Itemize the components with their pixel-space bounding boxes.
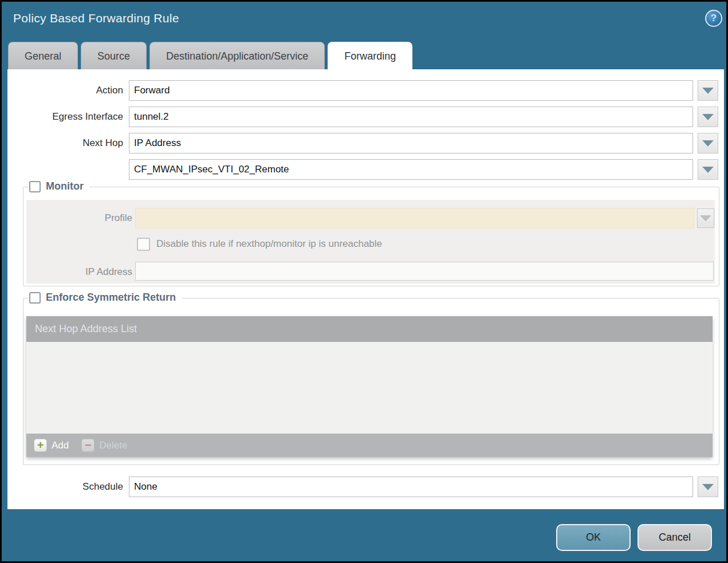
delete-icon [81, 439, 95, 452]
action-dropdown-button[interactable] [698, 80, 718, 101]
dropdown-arrow-icon [700, 215, 711, 222]
next-hop-address-dropdown-button[interactable] [698, 159, 718, 180]
tab-forwarding[interactable]: Forwarding [328, 42, 412, 70]
next-hop-type-input[interactable] [129, 133, 693, 153]
delete-button[interactable]: Delete [81, 439, 127, 452]
next-hop-address-list-table: Next Hop Address List Add Delete [26, 316, 713, 457]
profile-label: Profile [26, 208, 132, 229]
egress-interface-input[interactable] [129, 107, 693, 127]
next-hop-address-list-body [26, 342, 713, 434]
action-label: Action [7, 80, 123, 101]
monitor-legend: Monitor [28, 180, 89, 192]
disable-rule-label: Disable this rule if nexthop/monitor ip … [156, 235, 382, 253]
add-button-label: Add [52, 440, 69, 451]
next-hop-type-dropdown-button[interactable] [698, 133, 718, 153]
forwarding-tab-panel: Action Egress Interface Next Hop Monitor [7, 69, 724, 509]
tab-source[interactable]: Source [81, 42, 147, 69]
monitor-checkbox[interactable] [29, 181, 41, 192]
disable-rule-checkbox[interactable] [137, 238, 150, 251]
monitor-section-label: Monitor [46, 180, 84, 192]
dropdown-arrow-icon [702, 484, 714, 490]
enforce-symmetric-return-checkbox[interactable] [29, 292, 41, 304]
profile-dropdown-button[interactable] [697, 208, 714, 228]
add-icon [34, 439, 47, 452]
dropdown-arrow-icon [702, 88, 714, 94]
egress-interface-dropdown-button[interactable] [698, 107, 718, 127]
enforce-symmetric-return-legend: Enforce Symmetric Return [28, 292, 182, 304]
ok-button[interactable]: OK [556, 524, 631, 551]
enforce-symmetric-return-label: Enforce Symmetric Return [46, 292, 176, 304]
dialog-title: Policy Based Forwarding Rule [13, 11, 179, 25]
next-hop-label: Next Hop [7, 133, 123, 153]
schedule-input[interactable] [129, 477, 693, 497]
monitor-ip-address-input[interactable] [135, 262, 714, 281]
next-hop-address-list-header: Next Hop Address List [26, 316, 713, 342]
monitor-section: Monitor Profile IP Address Disable this … [23, 187, 719, 286]
tab-bar: General Source Destination/Application/S… [8, 42, 412, 69]
enforce-symmetric-return-section: Enforce Symmetric Return Next Hop Addres… [23, 298, 719, 465]
tab-destination-application-service[interactable]: Destination/Application/Service [149, 42, 325, 69]
dropdown-arrow-icon [702, 167, 714, 173]
egress-interface-label: Egress Interface [7, 107, 123, 127]
cancel-button[interactable]: Cancel [638, 524, 712, 551]
profile-input[interactable] [135, 208, 694, 229]
delete-button-label: Delete [99, 440, 127, 451]
policy-based-forwarding-rule-dialog: Policy Based Forwarding Rule ? General S… [0, 0, 728, 563]
next-hop-address-list-toolbar: Add Delete [26, 434, 713, 457]
help-icon[interactable]: ? [705, 10, 722, 27]
schedule-label: Schedule [7, 477, 123, 497]
action-input[interactable] [129, 80, 693, 101]
dropdown-arrow-icon [702, 140, 714, 147]
dropdown-arrow-icon [702, 114, 714, 120]
monitor-ip-address-label: IP Address [26, 262, 132, 282]
schedule-dropdown-button[interactable] [698, 477, 718, 497]
next-hop-address-input[interactable] [129, 159, 693, 180]
add-button[interactable]: Add [34, 439, 69, 452]
tab-general[interactable]: General [8, 42, 78, 69]
